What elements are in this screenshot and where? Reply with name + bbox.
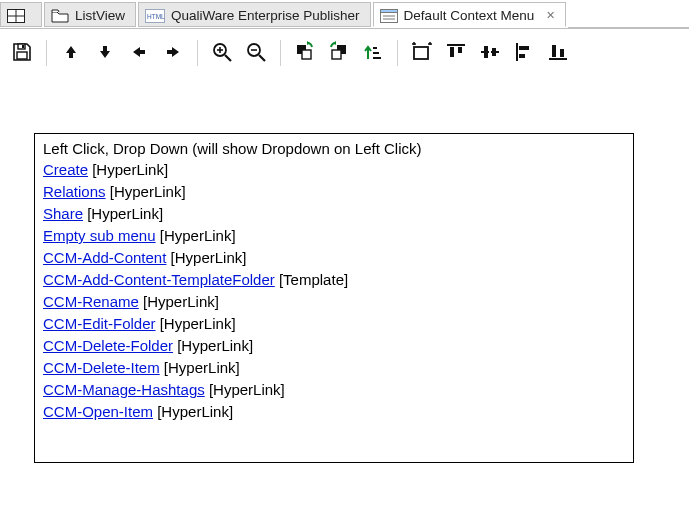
arrow-down-icon <box>96 43 114 64</box>
svg-rect-26 <box>414 47 428 59</box>
list-item: CCM-Delete-Folder [HyperLink] <box>43 335 625 357</box>
content-area: Left Click, Drop Down (will show Dropdow… <box>0 73 689 463</box>
item-link[interactable]: CCM-Delete-Item <box>43 359 160 376</box>
item-link[interactable]: CCM-Rename <box>43 293 139 310</box>
item-link[interactable]: CCM-Add-Content-TemplateFolder <box>43 271 275 288</box>
align-left-icon <box>514 42 534 65</box>
list-item: CCM-Add-Content-TemplateFolder [Template… <box>43 269 625 291</box>
svg-line-17 <box>259 55 265 61</box>
item-link[interactable]: Share <box>43 205 83 222</box>
move-up-button[interactable] <box>55 37 87 69</box>
context-menu-definition-box: Left Click, Drop Down (will show Dropdow… <box>34 133 634 463</box>
svg-rect-38 <box>560 49 564 57</box>
item-type: [HyperLink] <box>157 403 233 420</box>
align-middle-icon <box>480 42 500 65</box>
move-left-button[interactable] <box>123 37 155 69</box>
zoom-in-button[interactable] <box>206 37 238 69</box>
arrow-right-icon <box>164 43 182 64</box>
item-type: [HyperLink] <box>171 249 247 266</box>
item-type: [HyperLink] <box>160 227 236 244</box>
align-left-button[interactable] <box>508 37 540 69</box>
rotate-right-icon <box>328 41 350 66</box>
item-link[interactable]: Create <box>43 161 88 178</box>
tab-listview[interactable]: ListView <box>44 2 136 27</box>
tab-qualiware-publisher[interactable]: HTML QualiWare Enterprise Publisher <box>138 2 371 27</box>
item-type: [HyperLink] <box>143 293 219 310</box>
move-down-button[interactable] <box>89 37 121 69</box>
tab-label: QualiWare Enterprise Publisher <box>171 8 360 23</box>
svg-rect-20 <box>302 50 311 59</box>
list-item: CCM-Manage-Hashtags [HyperLink] <box>43 379 625 401</box>
close-icon[interactable]: ✕ <box>546 9 555 22</box>
item-link[interactable]: CCM-Manage-Hashtags <box>43 381 205 398</box>
svg-rect-37 <box>552 45 556 57</box>
grid-icon <box>7 9 25 23</box>
svg-text:HTML: HTML <box>147 13 165 20</box>
rotate-left-icon <box>294 41 316 66</box>
align-bottom-icon <box>548 42 568 65</box>
align-top-icon <box>446 42 466 65</box>
list-item: Empty sub menu [HyperLink] <box>43 225 625 247</box>
zoom-out-button[interactable] <box>240 37 272 69</box>
list-item: Create [HyperLink] <box>43 159 625 181</box>
list-item: CCM-Open-Item [HyperLink] <box>43 401 625 423</box>
tab-grid[interactable] <box>0 2 42 27</box>
save-icon <box>11 41 33 66</box>
arrow-left-icon <box>130 43 148 64</box>
sort-icon <box>363 42 383 65</box>
align-bottom-button[interactable] <box>542 37 574 69</box>
svg-rect-35 <box>519 54 525 58</box>
item-type: [HyperLink] <box>110 183 186 200</box>
align-top-button[interactable] <box>440 37 472 69</box>
item-link[interactable]: Relations <box>43 183 106 200</box>
folder-icon <box>51 9 69 23</box>
item-type: [Template] <box>279 271 348 288</box>
item-type: [HyperLink] <box>87 205 163 222</box>
resize-button[interactable] <box>406 37 438 69</box>
item-type: [HyperLink] <box>209 381 285 398</box>
svg-rect-28 <box>450 47 454 57</box>
zoom-in-icon <box>211 41 233 66</box>
toolbar <box>0 29 689 73</box>
menu-icon <box>380 9 398 23</box>
item-link[interactable]: Empty sub menu <box>43 227 156 244</box>
zoom-out-icon <box>245 41 267 66</box>
svg-rect-31 <box>484 46 488 58</box>
item-link[interactable]: CCM-Open-Item <box>43 403 153 420</box>
list-item: CCM-Edit-Folder [HyperLink] <box>43 313 625 335</box>
item-link[interactable]: CCM-Add-Content <box>43 249 166 266</box>
list-item: CCM-Rename [HyperLink] <box>43 291 625 313</box>
item-link[interactable]: CCM-Edit-Folder <box>43 315 156 332</box>
svg-line-13 <box>225 55 231 61</box>
svg-rect-34 <box>519 46 529 50</box>
svg-rect-22 <box>332 50 341 59</box>
item-link[interactable]: CCM-Delete-Folder <box>43 337 173 354</box>
sort-button[interactable] <box>357 37 389 69</box>
svg-rect-6 <box>380 9 397 12</box>
svg-rect-32 <box>492 48 496 56</box>
move-right-button[interactable] <box>157 37 189 69</box>
item-type: [HyperLink] <box>164 359 240 376</box>
svg-rect-11 <box>17 52 27 59</box>
list-item: Relations [HyperLink] <box>43 181 625 203</box>
item-type: [HyperLink] <box>92 161 168 178</box>
html-icon: HTML <box>145 9 165 23</box>
item-type: [HyperLink] <box>177 337 253 354</box>
tab-label: ListView <box>75 8 125 23</box>
tab-default-context-menu[interactable]: Default Context Menu ✕ <box>373 2 567 27</box>
tab-strip: ListView HTML QualiWare Enterprise Publi… <box>0 0 689 29</box>
list-item: CCM-Delete-Item [HyperLink] <box>43 357 625 379</box>
context-menu-heading: Left Click, Drop Down (will show Dropdow… <box>43 140 625 157</box>
tab-label: Default Context Menu <box>404 8 535 23</box>
item-type: [HyperLink] <box>160 315 236 332</box>
svg-rect-29 <box>458 47 462 53</box>
rotate-right-button[interactable] <box>323 37 355 69</box>
list-item: CCM-Add-Content [HyperLink] <box>43 247 625 269</box>
svg-rect-10 <box>22 45 24 48</box>
rotate-left-button[interactable] <box>289 37 321 69</box>
arrow-up-icon <box>62 43 80 64</box>
save-button[interactable] <box>6 37 38 69</box>
align-middle-button[interactable] <box>474 37 506 69</box>
resize-icon <box>411 41 433 66</box>
list-item: Share [HyperLink] <box>43 203 625 225</box>
